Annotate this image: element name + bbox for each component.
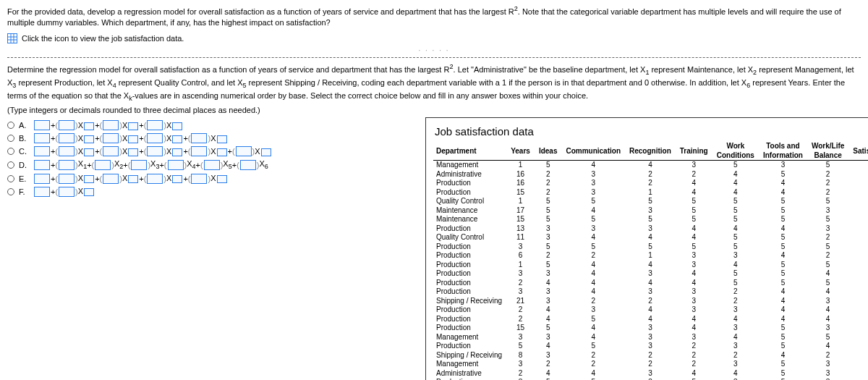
answer-box[interactable] xyxy=(34,146,50,156)
cell: 4 xyxy=(712,261,759,270)
answer-box[interactable] xyxy=(59,160,75,170)
instr-i: -values are in ascending numerical order… xyxy=(132,91,588,100)
answer-box[interactable] xyxy=(34,160,50,170)
answer-box[interactable] xyxy=(103,120,119,130)
sub-answer-box[interactable] xyxy=(84,135,94,143)
sub-answer-box[interactable] xyxy=(84,188,94,196)
answer-box[interactable] xyxy=(103,174,119,184)
cell: 2 xyxy=(561,251,625,261)
answer-box[interactable] xyxy=(59,174,75,184)
sub-answer-box[interactable] xyxy=(172,122,182,130)
cell: 5 xyxy=(807,215,848,224)
sub-answer-box[interactable] xyxy=(172,148,182,156)
table-row: Quality Control1134445527 xyxy=(433,233,868,242)
cell: 3 xyxy=(561,188,625,198)
cell: 5 xyxy=(759,369,807,379)
cell: 4 xyxy=(807,305,848,315)
table-row: Production243433446 xyxy=(433,305,868,315)
answer-box[interactable] xyxy=(103,146,119,156)
answer-box[interactable] xyxy=(191,174,207,184)
data-link[interactable]: Click the icon to view the job satisfact… xyxy=(22,34,184,43)
answer-box[interactable] xyxy=(240,160,256,170)
table-row: Administrative244344539 xyxy=(433,369,868,379)
cell: 4 xyxy=(759,179,807,188)
answer-box[interactable] xyxy=(103,133,119,143)
cell: Shipping / Receiving xyxy=(433,297,506,306)
sub-answer-box[interactable] xyxy=(84,148,94,156)
answer-box[interactable] xyxy=(147,120,163,130)
cell: 2 xyxy=(535,179,562,188)
sub-answer-box[interactable] xyxy=(261,148,271,156)
table-row: Production545323547 xyxy=(433,342,868,351)
separator-dots: · · · · · xyxy=(7,46,861,54)
answer-box[interactable] xyxy=(191,146,207,156)
cell: 5 xyxy=(759,333,807,342)
answer-box[interactable] xyxy=(34,187,50,197)
answer-box[interactable] xyxy=(59,187,75,197)
radio-A[interactable] xyxy=(7,122,14,129)
cell: 4 xyxy=(676,315,712,324)
answer-box[interactable] xyxy=(131,160,147,170)
cell: 3 xyxy=(535,287,562,297)
sub-answer-box[interactable] xyxy=(128,135,138,143)
cell: 4 xyxy=(676,324,712,333)
radio-D[interactable] xyxy=(7,161,14,169)
cell: 5 xyxy=(535,161,562,170)
cell: 4 xyxy=(807,269,848,279)
sub-answer-box[interactable] xyxy=(84,175,94,183)
x-var: X xyxy=(78,187,95,196)
choice-A: A. + ( )X + ( )X + ( )X xyxy=(7,120,412,130)
cell: 2 xyxy=(535,360,562,369)
table-row: Production245444448 xyxy=(433,315,868,324)
cell: 5 xyxy=(807,161,848,170)
sub-answer-box[interactable] xyxy=(172,175,182,183)
sub-answer-box[interactable] xyxy=(172,135,182,143)
cell: 3 xyxy=(712,251,759,261)
lparen: ( xyxy=(55,161,58,169)
sub-answer-box[interactable] xyxy=(128,175,138,183)
radio-C[interactable] xyxy=(7,148,14,155)
answer-box[interactable] xyxy=(147,146,163,156)
data-table-icon[interactable] xyxy=(7,33,17,43)
cell: Management xyxy=(433,161,506,170)
radio-F[interactable] xyxy=(7,188,14,195)
answer-choices: A. + ( )X + ( )X + ( )XB. + ( )X + ( )X … xyxy=(7,120,412,196)
sub-answer-box[interactable] xyxy=(217,135,227,143)
cell: 3 xyxy=(506,360,535,369)
answer-box[interactable] xyxy=(95,160,111,170)
cell: 2 xyxy=(712,351,759,360)
answer-box[interactable] xyxy=(147,174,163,184)
cell: 4 xyxy=(676,224,712,234)
answer-box[interactable] xyxy=(236,146,252,156)
radio-B[interactable] xyxy=(7,135,14,142)
answer-box[interactable] xyxy=(34,120,50,130)
radio-E[interactable] xyxy=(7,175,14,182)
answer-box[interactable] xyxy=(191,133,207,143)
sub-answer-box[interactable] xyxy=(84,122,94,130)
answer-box[interactable] xyxy=(34,133,50,143)
answer-box[interactable] xyxy=(59,146,75,156)
instr-a: Determine the regression model for overa… xyxy=(7,65,449,74)
answer-box[interactable] xyxy=(168,160,184,170)
answer-box[interactable] xyxy=(147,133,163,143)
sub-answer-box[interactable] xyxy=(217,175,227,183)
cell: 3 xyxy=(676,251,712,261)
cell: 2 xyxy=(625,297,676,306)
lparen: ( xyxy=(144,147,147,156)
answer-box[interactable] xyxy=(59,120,75,130)
sub-answer-box[interactable] xyxy=(128,122,138,130)
answer-box[interactable] xyxy=(34,174,50,184)
cell: 4 xyxy=(561,206,625,216)
cell: 5 xyxy=(712,279,759,288)
cell: 3 xyxy=(625,224,676,234)
choice-B: B. + ( )X + ( )X + ( )X + ( )X xyxy=(7,133,412,143)
sub-answer-box[interactable] xyxy=(128,148,138,156)
cell: 5 xyxy=(848,179,868,188)
cell: 3 xyxy=(535,224,562,234)
cell: 5 xyxy=(759,206,807,216)
answer-box[interactable] xyxy=(59,133,75,143)
cell: 5 xyxy=(676,206,712,216)
cell: 2 xyxy=(535,251,562,261)
answer-box[interactable] xyxy=(204,160,220,170)
sub-answer-box[interactable] xyxy=(217,148,227,156)
